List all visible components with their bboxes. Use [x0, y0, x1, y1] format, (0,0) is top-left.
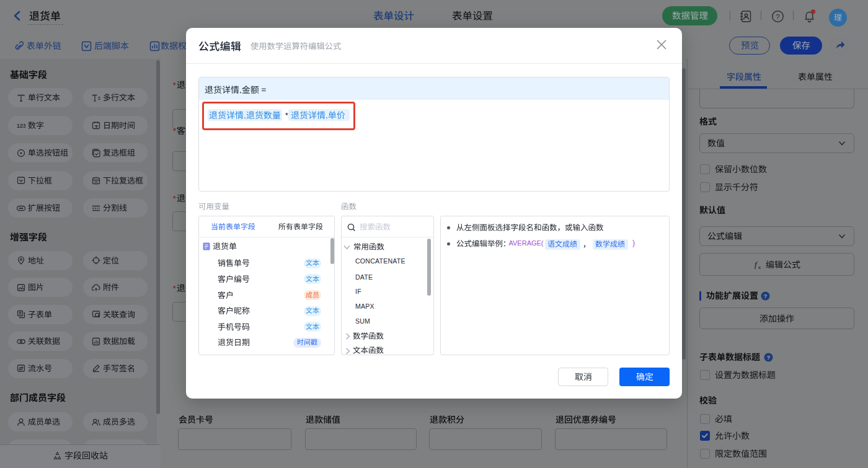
svg-text:x: x: [758, 265, 761, 269]
svg-text:?: ?: [763, 293, 767, 299]
svg-text:?: ?: [776, 13, 779, 20]
svg-text:?: ?: [766, 354, 770, 361]
svg-text:123: 123: [17, 123, 25, 129]
